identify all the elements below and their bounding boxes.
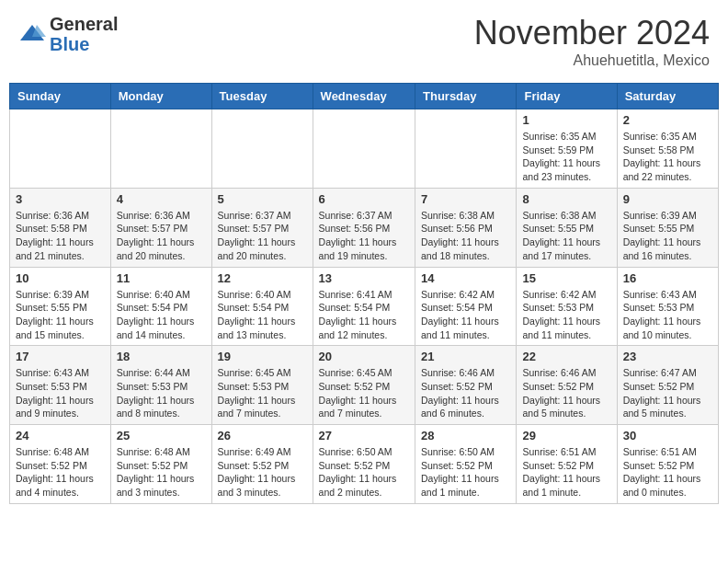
day-info: Sunrise: 6:41 AMSunset: 5:54 PMDaylight:… <box>319 288 409 342</box>
calendar-week-row: 17Sunrise: 6:43 AMSunset: 5:53 PMDayligh… <box>10 346 719 425</box>
calendar-cell: 27Sunrise: 6:50 AMSunset: 5:52 PMDayligh… <box>313 425 415 504</box>
calendar-cell <box>10 109 111 189</box>
calendar-cell: 13Sunrise: 6:41 AMSunset: 5:54 PMDayligh… <box>313 267 415 346</box>
calendar-cell: 16Sunrise: 6:43 AMSunset: 5:53 PMDayligh… <box>617 267 718 346</box>
day-number: 20 <box>319 350 409 363</box>
day-number: 21 <box>421 350 510 363</box>
day-number: 9 <box>623 192 712 206</box>
logo-blue-text: Blue <box>50 34 118 54</box>
calendar-cell <box>211 109 313 189</box>
weekday-header-tuesday: Tuesday <box>211 84 313 109</box>
day-info: Sunrise: 6:39 AMSunset: 5:55 PMDaylight:… <box>16 288 105 342</box>
month-title: November 2024 <box>474 14 710 52</box>
calendar-cell: 9Sunrise: 6:39 AMSunset: 5:55 PMDaylight… <box>617 188 718 267</box>
calendar-cell: 18Sunrise: 6:44 AMSunset: 5:53 PMDayligh… <box>110 346 211 425</box>
calendar-cell: 30Sunrise: 6:51 AMSunset: 5:52 PMDayligh… <box>617 425 718 504</box>
day-number: 14 <box>421 271 510 285</box>
calendar-cell: 26Sunrise: 6:49 AMSunset: 5:52 PMDayligh… <box>211 425 313 504</box>
day-number: 10 <box>16 271 105 285</box>
calendar-cell: 3Sunrise: 6:36 AMSunset: 5:58 PMDaylight… <box>10 188 111 267</box>
calendar-cell: 21Sunrise: 6:46 AMSunset: 5:52 PMDayligh… <box>415 346 517 425</box>
calendar-cell: 28Sunrise: 6:50 AMSunset: 5:52 PMDayligh… <box>415 425 517 504</box>
day-number: 29 <box>522 429 610 442</box>
day-number: 17 <box>16 350 105 363</box>
day-number: 7 <box>421 192 510 206</box>
day-info: Sunrise: 6:45 AMSunset: 5:52 PMDaylight:… <box>319 366 409 420</box>
day-number: 13 <box>319 271 409 285</box>
calendar-header: SundayMondayTuesdayWednesdayThursdayFrid… <box>10 84 719 109</box>
calendar-cell: 24Sunrise: 6:48 AMSunset: 5:52 PMDayligh… <box>10 425 111 504</box>
day-number: 18 <box>117 350 206 363</box>
day-info: Sunrise: 6:36 AMSunset: 5:58 PMDaylight:… <box>16 209 105 263</box>
day-number: 28 <box>421 429 510 442</box>
day-info: Sunrise: 6:47 AMSunset: 5:52 PMDaylight:… <box>623 366 712 420</box>
calendar-cell: 6Sunrise: 6:37 AMSunset: 5:56 PMDaylight… <box>313 188 415 267</box>
calendar-cell: 8Sunrise: 6:38 AMSunset: 5:55 PMDaylight… <box>517 188 617 267</box>
day-number: 15 <box>522 271 610 285</box>
day-number: 16 <box>623 271 712 285</box>
day-number: 23 <box>623 350 712 363</box>
calendar-cell: 2Sunrise: 6:35 AMSunset: 5:58 PMDaylight… <box>617 109 718 189</box>
weekday-header-saturday: Saturday <box>617 84 718 109</box>
day-number: 8 <box>522 192 610 206</box>
calendar-cell: 22Sunrise: 6:46 AMSunset: 5:52 PMDayligh… <box>517 346 617 425</box>
calendar-cell: 23Sunrise: 6:47 AMSunset: 5:52 PMDayligh… <box>617 346 718 425</box>
day-number: 24 <box>16 429 105 442</box>
day-number: 27 <box>319 429 409 442</box>
day-info: Sunrise: 6:51 AMSunset: 5:52 PMDaylight:… <box>623 445 712 500</box>
day-info: Sunrise: 6:50 AMSunset: 5:52 PMDaylight:… <box>421 445 510 500</box>
weekday-header-monday: Monday <box>110 84 211 109</box>
calendar-body: 1Sunrise: 6:35 AMSunset: 5:59 PMDaylight… <box>10 109 719 504</box>
day-number: 1 <box>522 113 610 127</box>
logo-general-text: General <box>50 14 118 34</box>
weekday-header-friday: Friday <box>517 84 617 109</box>
day-number: 22 <box>522 350 610 363</box>
day-info: Sunrise: 6:37 AMSunset: 5:57 PMDaylight:… <box>218 209 307 263</box>
day-number: 25 <box>117 429 206 442</box>
day-info: Sunrise: 6:39 AMSunset: 5:55 PMDaylight:… <box>623 209 712 263</box>
day-info: Sunrise: 6:35 AMSunset: 5:58 PMDaylight:… <box>623 130 712 184</box>
day-number: 26 <box>218 429 307 442</box>
calendar-cell: 25Sunrise: 6:48 AMSunset: 5:52 PMDayligh… <box>110 425 211 504</box>
calendar-week-row: 3Sunrise: 6:36 AMSunset: 5:58 PMDaylight… <box>10 188 719 267</box>
calendar-cell: 29Sunrise: 6:51 AMSunset: 5:52 PMDayligh… <box>517 425 617 504</box>
day-info: Sunrise: 6:38 AMSunset: 5:55 PMDaylight:… <box>522 209 610 263</box>
day-number: 30 <box>623 429 712 442</box>
calendar-cell: 15Sunrise: 6:42 AMSunset: 5:53 PMDayligh… <box>517 267 617 346</box>
logo: General Blue <box>18 14 118 54</box>
day-number: 4 <box>117 192 206 206</box>
day-number: 5 <box>218 192 307 206</box>
day-number: 11 <box>117 271 206 285</box>
day-info: Sunrise: 6:38 AMSunset: 5:56 PMDaylight:… <box>421 209 510 263</box>
day-info: Sunrise: 6:43 AMSunset: 5:53 PMDaylight:… <box>623 288 712 342</box>
calendar-table: SundayMondayTuesdayWednesdayThursdayFrid… <box>9 83 719 504</box>
calendar-week-row: 10Sunrise: 6:39 AMSunset: 5:55 PMDayligh… <box>10 267 719 346</box>
day-info: Sunrise: 6:35 AMSunset: 5:59 PMDaylight:… <box>522 130 610 184</box>
day-info: Sunrise: 6:50 AMSunset: 5:52 PMDaylight:… <box>319 445 409 500</box>
day-number: 19 <box>218 350 307 363</box>
calendar-cell <box>110 109 211 189</box>
calendar-cell: 11Sunrise: 6:40 AMSunset: 5:54 PMDayligh… <box>110 267 211 346</box>
day-info: Sunrise: 6:45 AMSunset: 5:53 PMDaylight:… <box>218 366 307 420</box>
weekday-header-wednesday: Wednesday <box>313 84 415 109</box>
day-number: 6 <box>319 192 409 206</box>
calendar-cell: 14Sunrise: 6:42 AMSunset: 5:54 PMDayligh… <box>415 267 517 346</box>
weekday-header-sunday: Sunday <box>10 84 111 109</box>
day-info: Sunrise: 6:36 AMSunset: 5:57 PMDaylight:… <box>117 209 206 263</box>
calendar-cell <box>313 109 415 189</box>
title-section: November 2024 Ahuehuetitla, Mexico <box>474 14 710 69</box>
calendar-week-row: 24Sunrise: 6:48 AMSunset: 5:52 PMDayligh… <box>10 425 719 504</box>
day-number: 2 <box>623 113 712 127</box>
day-info: Sunrise: 6:40 AMSunset: 5:54 PMDaylight:… <box>218 288 307 342</box>
day-info: Sunrise: 6:42 AMSunset: 5:53 PMDaylight:… <box>522 288 610 342</box>
logo-icon <box>18 20 46 48</box>
calendar-cell: 12Sunrise: 6:40 AMSunset: 5:54 PMDayligh… <box>211 267 313 346</box>
day-info: Sunrise: 6:44 AMSunset: 5:53 PMDaylight:… <box>117 366 206 420</box>
calendar-cell: 20Sunrise: 6:45 AMSunset: 5:52 PMDayligh… <box>313 346 415 425</box>
calendar-cell: 7Sunrise: 6:38 AMSunset: 5:56 PMDaylight… <box>415 188 517 267</box>
weekday-header-thursday: Thursday <box>415 84 517 109</box>
calendar-cell: 1Sunrise: 6:35 AMSunset: 5:59 PMDaylight… <box>517 109 617 189</box>
weekday-header-row: SundayMondayTuesdayWednesdayThursdayFrid… <box>10 84 719 109</box>
calendar-cell <box>415 109 517 189</box>
day-info: Sunrise: 6:40 AMSunset: 5:54 PMDaylight:… <box>117 288 206 342</box>
